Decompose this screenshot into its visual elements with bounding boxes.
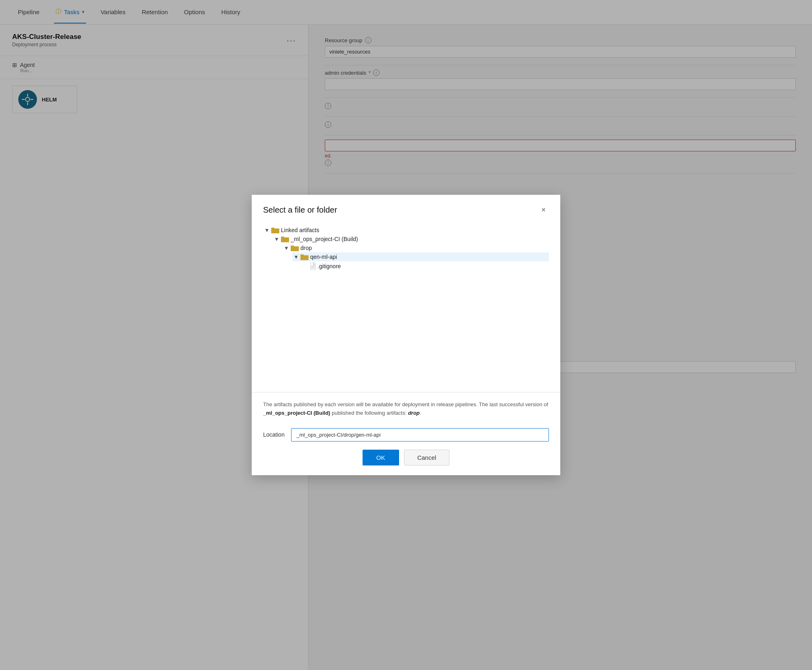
- tree-label-ml-ops: _ml_ops_project-CI (Build): [291, 236, 358, 242]
- dialog-footer: OK Cancel: [252, 450, 560, 475]
- svg-rect-11: [291, 246, 294, 247]
- dialog-close-button[interactable]: ×: [538, 205, 549, 215]
- dialog-info: The artifacts published by each version …: [252, 392, 560, 423]
- dialog-location: Location: [252, 423, 560, 450]
- tree-label-linked-artifacts: Linked artifacts: [281, 227, 319, 233]
- info-bold: _ml_ops_project-CI (Build): [263, 410, 330, 416]
- folder-icon-gen-ml-api: [300, 254, 309, 260]
- tree-label-gitignore: .gitignore: [317, 263, 341, 269]
- ok-button[interactable]: OK: [363, 450, 399, 465]
- location-label: Location: [263, 431, 285, 438]
- tree-arrow-gen-ml-api: [292, 254, 299, 260]
- cancel-button[interactable]: Cancel: [404, 450, 450, 465]
- tree-arrow-drop: [283, 245, 289, 251]
- tree-label-gen-ml-api: qen-ml-api: [310, 254, 337, 260]
- info-text-before: The artifacts published by each version …: [263, 401, 548, 407]
- dialog-header: Select a file or folder ×: [252, 195, 560, 222]
- tree-item-gitignore[interactable]: .gitignore: [302, 261, 549, 271]
- info-italic: drop: [408, 410, 420, 416]
- tree-item-ml-ops[interactable]: _ml_ops_project-CI (Build): [273, 235, 549, 243]
- svg-rect-13: [300, 254, 304, 256]
- modal-overlay: Select a file or folder × Linked artifac…: [0, 0, 812, 670]
- folder-icon-drop: [291, 245, 299, 251]
- tree-arrow-ml-ops: [273, 236, 279, 242]
- tree-arrow-linked: [263, 227, 270, 233]
- tree-item-linked-artifacts[interactable]: Linked artifacts: [263, 226, 549, 235]
- svg-rect-9: [281, 237, 284, 238]
- tree-item-drop[interactable]: drop: [283, 243, 549, 252]
- info-text-middle: published the following artifacts:: [330, 410, 408, 416]
- folder-icon-linked: [271, 227, 279, 233]
- dialog-tree[interactable]: Linked artifacts _ml_ops_project-CI (Bui…: [252, 222, 560, 392]
- dialog-title: Select a file or folder: [263, 205, 337, 215]
- info-text-after: .: [420, 410, 421, 416]
- file-icon-gitignore: [310, 263, 316, 270]
- dialog: Select a file or folder × Linked artifac…: [252, 195, 560, 475]
- svg-rect-7: [271, 228, 274, 229]
- tree-label-drop: drop: [300, 245, 312, 251]
- folder-icon-ml-ops: [281, 236, 289, 242]
- tree-item-gen-ml-api[interactable]: qen-ml-api: [292, 252, 549, 261]
- location-input[interactable]: [291, 428, 549, 442]
